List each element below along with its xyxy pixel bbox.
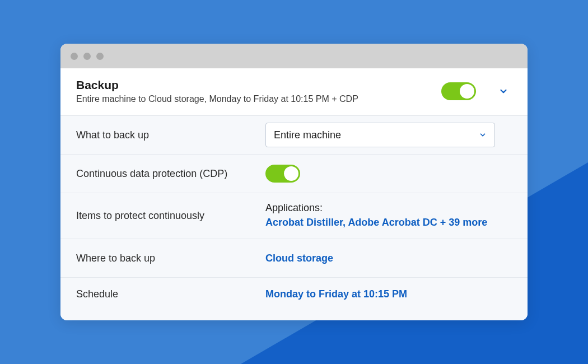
app-window: Backup Entire machine to Cloud storage, …	[60, 44, 528, 320]
expand-chevron-icon[interactable]	[498, 86, 508, 96]
window-control-zoom[interactable]	[96, 53, 104, 60]
row-items-to-protect: Items to protect continuously Applicatio…	[60, 193, 528, 239]
what-to-backup-label: What to back up	[76, 129, 254, 141]
cdp-label: Continuous data protection (CDP)	[76, 168, 254, 180]
backup-header: Backup Entire machine to Cloud storage, …	[60, 68, 528, 116]
schedule-value-link[interactable]: Monday to Friday at 10:15 PM	[265, 287, 512, 301]
chevron-down-icon	[479, 131, 487, 139]
applications-heading: Applications:	[265, 202, 512, 214]
what-to-backup-select[interactable]: Entire machine	[265, 123, 495, 147]
cdp-toggle[interactable]	[265, 165, 300, 183]
what-to-backup-value: Entire machine	[274, 129, 341, 141]
backup-enable-toggle[interactable]	[441, 82, 476, 100]
where-label: Where to back up	[76, 253, 254, 264]
window-titlebar	[60, 44, 528, 68]
toggle-knob	[460, 84, 474, 99]
toggle-knob	[284, 166, 298, 181]
row-schedule: Schedule Monday to Friday at 10:15 PM	[60, 278, 528, 301]
items-label: Items to protect continuously	[76, 210, 254, 222]
backup-title: Backup	[76, 78, 431, 92]
window-control-minimize[interactable]	[83, 53, 91, 60]
settings-rows: What to back up Entire machine Continuou…	[60, 116, 528, 320]
where-value-link[interactable]: Cloud storage	[265, 251, 512, 265]
applications-link[interactable]: Acrobat Distiller, Adobe Acrobat DC + 39…	[265, 215, 512, 230]
window-control-close[interactable]	[71, 53, 78, 60]
row-cdp: Continuous data protection (CDP)	[60, 155, 528, 193]
schedule-label: Schedule	[76, 288, 254, 300]
row-what-to-backup: What to back up Entire machine	[60, 116, 528, 155]
row-where-to-backup: Where to back up Cloud storage	[60, 239, 528, 278]
backup-subtitle: Entire machine to Cloud storage, Monday …	[76, 94, 431, 104]
